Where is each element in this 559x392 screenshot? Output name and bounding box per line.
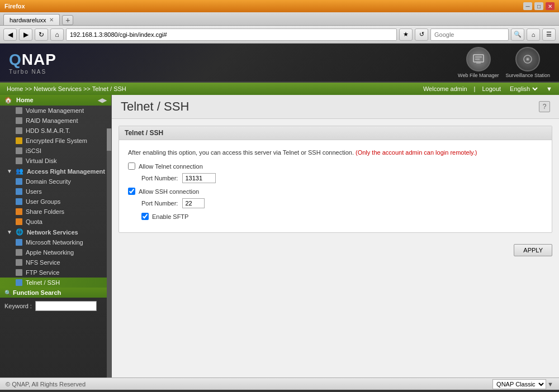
apply-button[interactable]: APPLY xyxy=(514,244,552,256)
separator: | xyxy=(474,85,476,92)
sidebar-iscsi-label: iSCSI xyxy=(26,147,41,154)
browser-tab[interactable]: hardwareluxx ✕ xyxy=(3,14,60,25)
sidebar-item-hdd[interactable]: HDD S.M.A.R.T. xyxy=(0,126,111,136)
telnet-icon xyxy=(16,279,22,286)
sidebar-sharefolders-label: Share Folders xyxy=(26,208,64,215)
sidebar-users-label: Users xyxy=(26,188,42,195)
sidebar-item-users[interactable]: Users xyxy=(0,187,111,197)
forward-button[interactable]: ▶ xyxy=(19,28,32,41)
svg-rect-1 xyxy=(475,56,482,58)
sidebar-home-header[interactable]: 🏠 Home ◀▶ xyxy=(0,95,111,106)
nfs-icon xyxy=(16,259,22,266)
lang-dropdown-icon[interactable]: ▼ xyxy=(546,85,552,92)
sidebar-network-group[interactable]: ▼ 🌐 Network Services xyxy=(0,227,111,237)
ssh-port-row: Port Number: xyxy=(128,198,543,208)
sidebar-ms-label: Microsoft Networking xyxy=(26,239,83,246)
sidebar-ftp-label: FTP Service xyxy=(26,269,59,276)
tab-close-icon[interactable]: ✕ xyxy=(49,17,54,23)
sidebar-item-apple[interactable]: Apple Networking xyxy=(0,247,111,257)
app-footer: © QNAP, All Rights Reserved QNAP Classic… xyxy=(0,377,559,390)
telnet-label[interactable]: Allow Telnet connection xyxy=(139,163,203,170)
sftp-checkbox[interactable] xyxy=(141,213,149,220)
home-button[interactable]: ⌂ xyxy=(50,28,64,41)
ms-icon xyxy=(16,239,22,246)
telnet-checkbox[interactable] xyxy=(128,162,135,170)
ssh-label[interactable]: Allow SSH connection xyxy=(139,188,199,195)
ssh-port-input[interactable] xyxy=(182,198,205,208)
address-bar[interactable] xyxy=(66,28,397,41)
surveillance-button[interactable]: Surveillance Station xyxy=(505,47,550,78)
theme-dropdown-icon[interactable]: ▼ xyxy=(547,381,553,388)
theme-select[interactable]: QNAP Classic xyxy=(492,379,546,389)
logo-subtitle: Turbo NAS xyxy=(9,69,46,75)
tab-label: hardwareluxx xyxy=(10,17,46,23)
browser-title: Firefox xyxy=(4,3,25,9)
ssh-checkbox[interactable] xyxy=(128,188,135,195)
keyword-row: Keyword : xyxy=(0,298,111,314)
sidebar-raid-label: RAID Management xyxy=(26,117,78,124)
sidebar-item-iscsi[interactable]: iSCSI xyxy=(0,146,111,156)
ssh-port-label: Port Number: xyxy=(141,200,178,207)
sidebar-item-telnet[interactable]: Telnet / SSH xyxy=(0,278,111,288)
sidebar-item-volume[interactable]: Volume Management xyxy=(0,106,111,116)
bookmark-button[interactable]: ★ xyxy=(399,28,413,41)
home2-button[interactable]: ⌂ xyxy=(527,28,540,41)
search-bar[interactable] xyxy=(430,28,509,41)
sidebar-volume-label: Volume Management xyxy=(26,107,84,114)
main-layout: 🏠 Home ◀▶ Volume Management RAID Managem… xyxy=(0,95,559,377)
nav-right: Welcome admin | Logout English ▼ xyxy=(423,85,552,93)
search-icon[interactable]: 🔍 xyxy=(511,28,524,41)
sidebar-collapse-icon: ◀▶ xyxy=(98,97,107,103)
sftp-label[interactable]: Enable SFTP xyxy=(152,213,188,220)
sidebar-item-domain[interactable]: Domain Security xyxy=(0,176,111,187)
logout-link[interactable]: Logout xyxy=(482,85,501,92)
keyword-input[interactable] xyxy=(35,301,97,311)
panel-info: After enabling this option, you can acce… xyxy=(128,149,543,156)
sidebar-item-nfs[interactable]: NFS Service xyxy=(0,257,111,267)
sidebar-item-ftp[interactable]: FTP Service xyxy=(0,267,111,278)
reload-button[interactable]: ↺ xyxy=(415,28,428,41)
sidebar-access-group[interactable]: ▼ 👥 Access Right Management xyxy=(0,166,111,176)
sftp-row: Enable SFTP xyxy=(128,213,543,220)
back-button[interactable]: ◀ xyxy=(3,28,17,41)
webfile-button[interactable]: Web File Manager xyxy=(458,47,499,78)
sidebar-usergroups-label: User Groups xyxy=(26,198,60,205)
telnet-port-input[interactable] xyxy=(182,173,216,183)
quota-icon xyxy=(16,218,22,225)
sidebar-item-usergroups[interactable]: User Groups xyxy=(0,197,111,207)
telnet-ssh-panel: Telnet / SSH After enabling this option,… xyxy=(119,126,552,233)
hdd-icon xyxy=(16,107,22,114)
sidebar: 🏠 Home ◀▶ Volume Management RAID Managem… xyxy=(0,95,112,377)
sidebar-item-ms[interactable]: Microsoft Networking xyxy=(0,237,111,247)
content-area: Telnet / SSH ? Telnet / SSH After enabli… xyxy=(112,95,559,377)
help-button[interactable]: ? xyxy=(539,101,550,112)
close-button[interactable]: ✕ xyxy=(546,2,555,10)
app-header: QNAP Turbo NAS Web File Manager xyxy=(0,44,559,83)
sidebar-domain-label: Domain Security xyxy=(26,178,71,185)
maximize-button[interactable]: □ xyxy=(534,2,543,10)
language-select[interactable]: English xyxy=(508,85,539,93)
page-title: Telnet / SSH xyxy=(121,99,189,114)
sidebar-item-encrypted[interactable]: Encrypted File System xyxy=(0,136,111,146)
copyright-text: © QNAP, All Rights Reserved xyxy=(6,381,86,388)
smart-icon xyxy=(16,127,22,134)
sidebar-vdisk-label: Virtual Disk xyxy=(26,157,56,164)
sidebar-item-vdisk[interactable]: Virtual Disk xyxy=(0,156,111,166)
sidebar-item-sharefolders[interactable]: Share Folders xyxy=(0,207,111,217)
lock-icon xyxy=(16,137,22,144)
refresh-button[interactable]: ↻ xyxy=(35,28,48,41)
header-icons: Web File Manager Surveillance Station xyxy=(458,47,550,78)
sidebar-item-quota[interactable]: Quota xyxy=(0,217,111,227)
panel-header: Telnet / SSH xyxy=(119,126,552,140)
footer-right: QNAP Classic ▼ xyxy=(492,379,553,389)
folder-icon xyxy=(16,208,22,215)
welcome-text: Welcome admin xyxy=(423,85,467,92)
sidebar-item-raid[interactable]: RAID Management xyxy=(0,116,111,126)
menu-button[interactable]: ☰ xyxy=(542,28,556,41)
new-tab-button[interactable]: + xyxy=(62,15,73,25)
svg-rect-0 xyxy=(473,55,484,62)
sidebar-home-label: 🏠 Home xyxy=(4,97,34,104)
svg-point-5 xyxy=(527,59,529,60)
minimize-button[interactable]: ─ xyxy=(523,2,532,10)
webfile-label: Web File Manager xyxy=(458,73,499,78)
